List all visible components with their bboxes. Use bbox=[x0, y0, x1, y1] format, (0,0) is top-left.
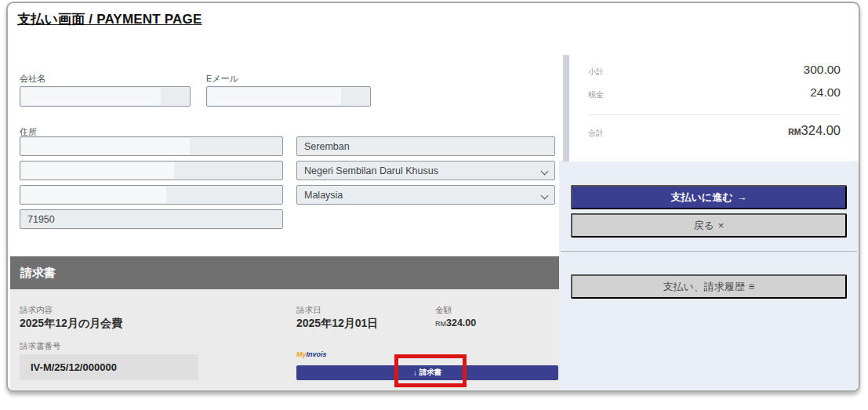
proceed-payment-button[interactable]: 支払いに進む → bbox=[571, 185, 847, 209]
company-input[interactable] bbox=[20, 86, 191, 107]
invoice-date-value: 2025年12月01日 bbox=[296, 317, 378, 331]
order-summary-card: 小計 300.00 税金 24.00 合計 RM324.00 bbox=[563, 55, 852, 161]
subtotal-value: 300.00 bbox=[804, 63, 841, 77]
invoice-content-label: 請求内容 bbox=[20, 305, 53, 316]
city-input[interactable]: Seremban bbox=[296, 136, 555, 156]
invoice-date-label: 請求日 bbox=[296, 305, 321, 316]
redacted-value bbox=[21, 138, 190, 154]
company-label: 会社名 bbox=[20, 73, 45, 85]
app-window: 支払い画面 / PAYMENT PAGE 会社名 Eメール 住所 71950 S… bbox=[6, 2, 860, 392]
sidebar-panel: 支払いに進む → 戻る × 支払い、請求履歴 ≡ bbox=[559, 161, 859, 392]
redacted-value bbox=[21, 187, 166, 203]
total-value: RM324.00 bbox=[788, 123, 841, 138]
list-icon: ≡ bbox=[749, 281, 755, 292]
invoice-amount-value: RM324.00 bbox=[435, 317, 476, 328]
card-accent-bar bbox=[563, 55, 569, 161]
chevron-down-icon bbox=[541, 192, 549, 200]
invoice-amount-label: 金額 bbox=[435, 305, 452, 316]
invoice-section: 請求内容 2025年12月の月会費 請求日 2025年12月01日 金額 RM3… bbox=[10, 289, 559, 392]
email-label: Eメール bbox=[206, 73, 238, 85]
invoice-number-label: 請求書番号 bbox=[20, 341, 61, 352]
redacted-value bbox=[21, 162, 174, 179]
invoice-number-value: IV-M/25/12/000000 bbox=[20, 354, 198, 380]
myinvois-logo: MyInvois bbox=[296, 350, 327, 358]
redacted-value bbox=[208, 88, 341, 105]
tax-label: 税金 bbox=[588, 89, 604, 100]
state-select[interactable]: Negeri Sembilan Darul Khusus bbox=[296, 161, 555, 180]
total-label: 合計 bbox=[588, 128, 604, 139]
arrow-right-icon: → bbox=[736, 191, 746, 203]
redacted-value bbox=[21, 88, 161, 105]
tax-value: 24.00 bbox=[810, 85, 841, 100]
close-x-icon: × bbox=[718, 220, 725, 231]
invoice-content-value: 2025年12月の月会費 bbox=[20, 317, 122, 331]
country-select[interactable]: Malaysia bbox=[296, 185, 555, 205]
subtotal-label: 小計 bbox=[588, 67, 604, 78]
page-title: 支払い画面 / PAYMENT PAGE bbox=[17, 10, 202, 28]
payment-history-button[interactable]: 支払い、請求履歴 ≡ bbox=[571, 274, 847, 299]
email-input[interactable] bbox=[206, 86, 371, 107]
back-button[interactable]: 戻る × bbox=[571, 213, 847, 238]
annotation-highlight-box bbox=[394, 354, 467, 387]
chevron-down-icon bbox=[541, 168, 549, 176]
address-line2-input[interactable] bbox=[20, 161, 283, 180]
postcode-input[interactable]: 71950 bbox=[20, 209, 283, 229]
divider bbox=[588, 114, 841, 115]
address-line3-input[interactable] bbox=[20, 185, 283, 205]
divider bbox=[561, 251, 857, 252]
address-line1-input[interactable] bbox=[20, 136, 283, 156]
invoice-section-header: 請求書 bbox=[10, 256, 559, 289]
